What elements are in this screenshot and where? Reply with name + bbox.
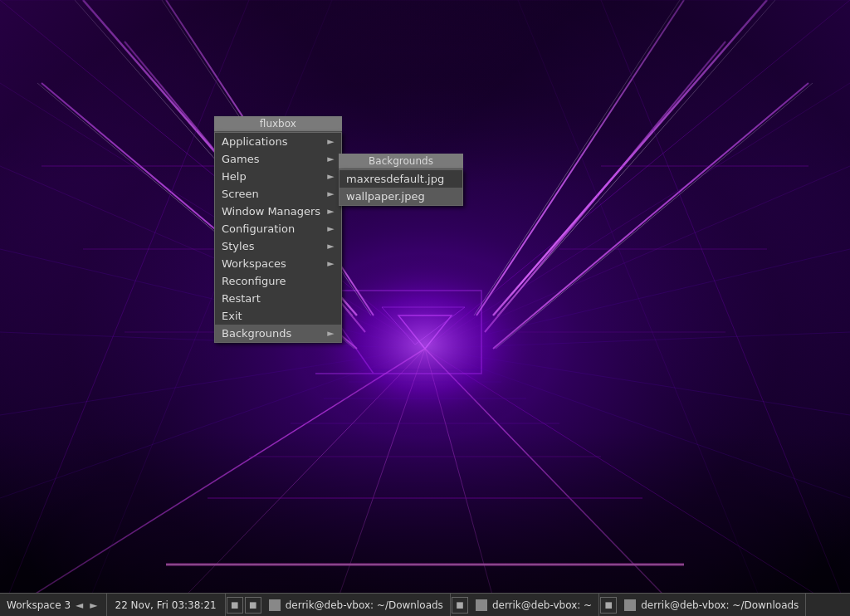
menu-item-label: Applications xyxy=(222,135,287,148)
submenu-arrow: ► xyxy=(327,206,334,217)
submenu-arrow: ► xyxy=(327,136,334,147)
menu-item-reconfigure[interactable]: Reconfigure xyxy=(215,272,341,290)
menu-item-screen[interactable]: Screen ► xyxy=(215,185,341,203)
menu-item-restart[interactable]: Restart xyxy=(215,290,341,307)
backgrounds-submenu-wrapper: Backgrounds maxresdefault.jpg wallpaper.… xyxy=(339,154,463,206)
submenu-arrow: ► xyxy=(327,328,334,339)
menu-item-window-managers[interactable]: Window Managers ► xyxy=(215,203,341,220)
prev-workspace-button[interactable]: ◄ xyxy=(74,599,85,611)
menu-item-configuration[interactable]: Configuration ► xyxy=(215,220,341,237)
submenu-arrow: ► xyxy=(327,223,334,234)
menu-item-label: Styles xyxy=(222,240,254,252)
submenu-item-label: maxresdefault.jpg xyxy=(346,173,444,185)
menu-item-backgrounds[interactable]: Backgrounds ► xyxy=(215,325,341,342)
taskbar-window-1[interactable]: derrik@deb-vbox: ~/Downloads xyxy=(262,594,451,616)
submenu-item-label: wallpaper.jpeg xyxy=(346,190,425,203)
tunnel-overlay xyxy=(0,0,850,616)
context-menu: Applications ► Games ► Help ► Screen ► W… xyxy=(214,132,342,343)
submenu-arrow: ► xyxy=(327,258,334,269)
fluxbox-menu-wrapper: fluxbox Applications ► Games ► Help ► Sc… xyxy=(214,116,342,343)
submenu-item-wallpaper[interactable]: wallpaper.jpeg xyxy=(340,188,462,205)
menu-item-applications[interactable]: Applications ► xyxy=(215,133,341,150)
taskbar-icon-btn-1[interactable]: ■ xyxy=(227,597,243,614)
menu-item-help[interactable]: Help ► xyxy=(215,168,341,185)
submenu-arrow: ► xyxy=(327,154,334,164)
window-icon-3 xyxy=(624,599,636,611)
window-title-1: derrik@deb-vbox: ~/Downloads xyxy=(286,599,443,611)
taskbar-icon-btn-2[interactable]: ■ xyxy=(245,597,261,614)
window-title-2: derrik@deb-vbox: ~ xyxy=(492,599,592,611)
window-icon-2 xyxy=(476,599,487,611)
menu-item-label: Help xyxy=(222,170,247,183)
submenu-title: Backgrounds xyxy=(339,154,463,169)
taskbar: Workspace 3 ◄ ► 22 Nov, Fri 03:38:21 ■ ■… xyxy=(0,593,850,616)
backgrounds-submenu: maxresdefault.jpg wallpaper.jpeg xyxy=(339,169,463,206)
menu-item-label: Window Managers xyxy=(222,205,320,218)
desktop-background xyxy=(0,0,850,616)
menu-item-label: Exit xyxy=(222,310,242,322)
window-icon-1 xyxy=(269,599,281,611)
taskbar-icon-btn-4[interactable]: ■ xyxy=(600,597,617,614)
submenu-item-maxres[interactable]: maxresdefault.jpg xyxy=(340,170,462,188)
menu-item-label: Restart xyxy=(222,292,261,305)
submenu-arrow: ► xyxy=(327,188,334,199)
window-title-3: derrik@deb-vbox: ~/Downloads xyxy=(641,599,799,611)
taskbar-clock: 22 Nov, Fri 03:38:21 xyxy=(107,594,226,616)
menu-item-label: Screen xyxy=(222,188,259,200)
menu-title: fluxbox xyxy=(214,116,342,132)
menu-item-styles[interactable]: Styles ► xyxy=(215,237,341,255)
submenu-arrow: ► xyxy=(327,241,334,252)
menu-item-label: Backgrounds xyxy=(222,327,291,340)
taskbar-workspace[interactable]: Workspace 3 ◄ ► xyxy=(0,594,107,616)
next-workspace-button[interactable]: ► xyxy=(88,599,99,611)
menu-item-label: Reconfigure xyxy=(222,275,286,287)
submenu-arrow: ► xyxy=(327,171,334,182)
menu-item-label: Configuration xyxy=(222,222,295,235)
menu-item-label: Workspaces xyxy=(222,257,286,270)
taskbar-window-3[interactable]: derrik@deb-vbox: ~/Downloads xyxy=(618,594,806,616)
workspace-label: Workspace 3 xyxy=(7,599,71,611)
menu-item-label: Games xyxy=(222,153,259,165)
taskbar-icon-btn-3[interactable]: ■ xyxy=(452,597,468,614)
menu-item-workspaces[interactable]: Workspaces ► xyxy=(215,255,341,272)
taskbar-window-2[interactable]: derrik@deb-vbox: ~ xyxy=(469,594,599,616)
menu-item-exit[interactable]: Exit xyxy=(215,307,341,325)
taskbar-windows: derrik@deb-vbox: ~/Downloads ■ derrik@de… xyxy=(262,594,850,616)
datetime-display: 22 Nov, Fri 03:38:21 xyxy=(115,599,217,611)
menu-item-games[interactable]: Games ► xyxy=(215,150,341,168)
